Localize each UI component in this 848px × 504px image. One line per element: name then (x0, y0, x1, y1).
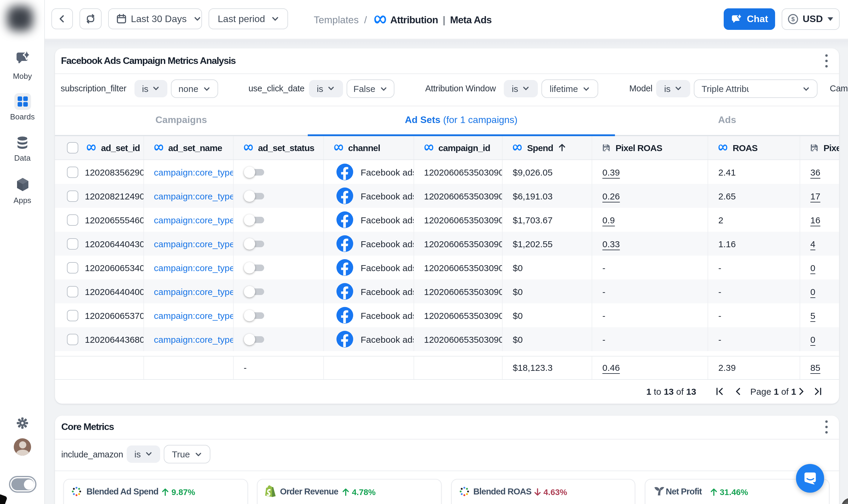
svg-text:$: $ (791, 16, 795, 22)
